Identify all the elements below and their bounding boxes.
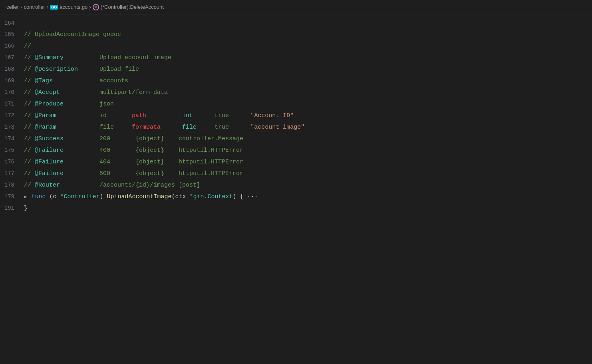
code-token: @Failure	[35, 170, 64, 177]
code-token: @Tags	[35, 78, 53, 84]
code-line-165: 165// UploadAccountImage godoc	[0, 29, 592, 40]
code-line-172: 172// @Param id path int true "Account I…	[0, 110, 592, 121]
code-token: //	[24, 124, 35, 131]
code-token: path	[132, 112, 146, 119]
code-token: // UploadAccountImage godoc	[24, 31, 121, 38]
code-token: UploadAccountImage	[107, 193, 172, 200]
line-number: 179	[0, 191, 24, 202]
line-number: 165	[0, 29, 24, 40]
code-token: ) {	[233, 193, 247, 200]
code-token: //	[24, 112, 35, 119]
breadcrumb-function[interactable]: (*Controller).DeleteAccount	[101, 4, 164, 10]
code-token: "Account ID"	[250, 112, 294, 119]
code-line-173: 173// @Param file formData file true "ac…	[0, 121, 592, 133]
code-token: *gin.Context	[190, 193, 233, 200]
code-token: //	[24, 66, 35, 73]
code-token: Upload file	[78, 66, 139, 73]
line-number: 178	[0, 179, 24, 191]
code-token: @Produce	[35, 101, 64, 107]
code-token: @Description	[35, 66, 78, 73]
line-content: //	[24, 41, 586, 52]
line-content: // @Summary Upload account image	[24, 52, 586, 64]
code-line-179: 179▶ func (c *Controller) UploadAccountI…	[0, 191, 592, 203]
code-token: func	[31, 193, 46, 200]
code-line-171: 171// @Produce json	[0, 98, 592, 110]
code-token: (ctx	[172, 193, 190, 200]
code-line-178: 178// @Router /accounts/{id}/images [pos…	[0, 179, 592, 191]
code-token: int	[182, 112, 193, 119]
breadcrumb-controller[interactable]: controller	[24, 4, 45, 10]
breadcrumb-sep-2: ›	[47, 4, 48, 10]
line-number: 167	[0, 52, 24, 63]
code-line-167: 167// @Summary Upload account image	[0, 52, 592, 64]
code-token: @Param	[35, 124, 56, 131]
line-number: 191	[0, 203, 24, 214]
code-token: @Router	[35, 182, 60, 189]
code-token: //	[24, 101, 35, 107]
code-line-169: 169// @Tags accounts	[0, 75, 592, 87]
code-line-164: 164	[0, 18, 592, 29]
code-token: *Controller	[60, 193, 99, 200]
code-token: true	[193, 112, 250, 119]
breadcrumb-sep-1: ›	[20, 4, 22, 10]
breadcrumb-file[interactable]: accounts.go	[60, 4, 87, 10]
line-number: 174	[0, 133, 24, 144]
line-content: // @Success 200 {object} controller.Mess…	[24, 133, 586, 145]
line-content: // @Param id path int true "Account ID"	[24, 110, 586, 121]
code-token: //	[24, 182, 35, 189]
line-content: // @Description Upload file	[24, 64, 586, 75]
code-token: @Failure	[35, 147, 64, 154]
code-line-168: 168// @Description Upload file	[0, 64, 592, 75]
line-content: // @Accept multipart/form-data	[24, 87, 586, 98]
line-number: 166	[0, 40, 24, 52]
function-icon: ⊕	[93, 4, 99, 10]
code-token: @Success	[35, 135, 64, 142]
line-content: // @Produce json	[24, 99, 586, 110]
code-line-174: 174// @Success 200 {object} controller.M…	[0, 133, 592, 145]
code-token: //	[24, 43, 31, 50]
line-number: 170	[0, 87, 24, 98]
line-number: 168	[0, 64, 24, 75]
line-content: // @Router /accounts/{id}/images [post]	[24, 180, 586, 191]
code-token: }	[24, 205, 28, 212]
line-content: // @Failure 500 {object} httputil.HTTPEr…	[24, 168, 586, 179]
code-token: true	[197, 124, 250, 131]
code-token: //	[24, 147, 35, 154]
code-line-170: 170// @Accept multipart/form-data	[0, 87, 592, 98]
breadcrumb: celler › controller › GO accounts.go › ⊕…	[0, 0, 592, 14]
line-content: }	[24, 203, 586, 214]
code-token: //	[24, 170, 35, 177]
line-number: 175	[0, 145, 24, 156]
code-token: @Param	[35, 112, 56, 119]
code-token: 200 {object} controller.Message	[64, 135, 243, 142]
code-line-166: 166//	[0, 40, 592, 52]
code-token: file	[182, 124, 197, 131]
code-token: ···	[247, 193, 258, 200]
code-token: //	[24, 54, 35, 61]
line-content: // @Param file formData file true "accou…	[24, 122, 586, 133]
code-token: Upload account image	[64, 54, 171, 61]
code-token	[161, 124, 182, 131]
code-editor: 164165// UploadAccountImage godoc166//16…	[0, 14, 592, 217]
line-content: // @Tags accounts	[24, 76, 586, 87]
code-token: @Accept	[35, 89, 60, 96]
line-content: // @Failure 404 {object} httputil.HTTPEr…	[24, 157, 586, 168]
code-token: 500 {object} httputil.HTTPError	[64, 170, 243, 177]
collapse-arrow-icon[interactable]: ▶	[24, 194, 30, 200]
code-token: formData	[132, 124, 161, 131]
code-line-176: 176// @Failure 404 {object} httputil.HTT…	[0, 156, 592, 168]
breadcrumb-sep-3: ›	[89, 4, 91, 10]
breadcrumb-celler[interactable]: celler	[6, 4, 19, 10]
code-token: json	[64, 101, 114, 107]
code-token: accounts	[53, 78, 128, 84]
line-number: 171	[0, 98, 24, 109]
code-token: //	[24, 78, 35, 84]
code-token	[146, 112, 182, 119]
code-line-175: 175// @Failure 400 {object} httputil.HTT…	[0, 145, 592, 156]
code-token: 400 {object} httputil.HTTPError	[64, 147, 243, 154]
code-token: 404 {object} httputil.HTTPError	[64, 159, 243, 165]
code-token: //	[24, 135, 35, 142]
code-token: //	[24, 89, 35, 96]
code-token: @Summary	[35, 54, 64, 61]
line-number: 172	[0, 110, 24, 121]
